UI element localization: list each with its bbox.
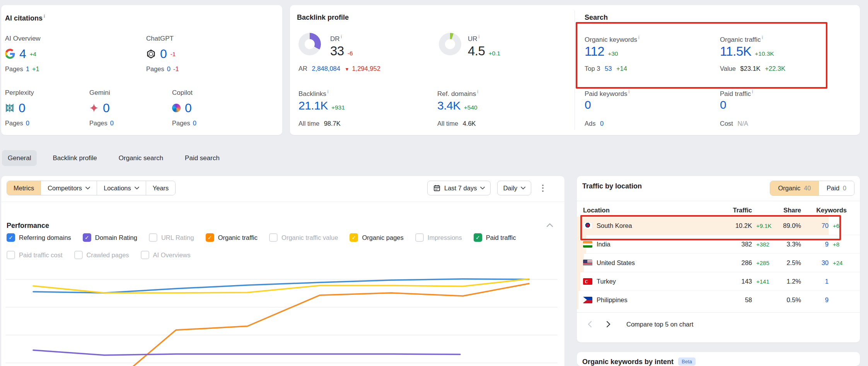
checkbox-organic-traffic-value[interactable]: Organic traffic value bbox=[269, 233, 338, 242]
traffic-value: 10.2K bbox=[716, 222, 752, 229]
collapse-chevron-up-icon[interactable] bbox=[546, 223, 553, 227]
date-controls: Last 7 days Daily bbox=[427, 181, 548, 195]
keywords-value[interactable]: 9 bbox=[801, 296, 829, 304]
ref-domains-value[interactable]: 3.4K bbox=[437, 99, 460, 112]
organic-keywords-sub: Top 3 53 +14 bbox=[585, 65, 630, 72]
filter-button-metrics[interactable]: Metrics bbox=[7, 181, 41, 195]
backlinks-value[interactable]: 21.1K bbox=[298, 99, 328, 112]
table-row-philippines[interactable]: Philippines580.5%9 bbox=[577, 291, 860, 309]
top3-value[interactable]: 53 bbox=[605, 65, 612, 72]
checkbox-ai-overviews[interactable]: AI Overviews bbox=[141, 251, 191, 259]
compare-top5-link[interactable]: Compare top 5 on chart bbox=[626, 321, 693, 328]
ai-metric-value[interactable]: 4 bbox=[19, 47, 26, 61]
checkbox-box[interactable] bbox=[7, 251, 15, 259]
checkbox-paid-traffic-cost[interactable]: Paid traffic cost bbox=[7, 251, 63, 259]
paid-keywords-label: Paid keywordsi bbox=[585, 89, 629, 98]
info-icon[interactable]: i bbox=[752, 89, 753, 94]
checkbox-box[interactable] bbox=[269, 233, 278, 242]
checkbox-box[interactable]: ✓ bbox=[350, 233, 358, 242]
filter-button-years[interactable]: Years bbox=[146, 181, 176, 195]
keywords-value[interactable]: 70 bbox=[801, 222, 829, 229]
info-icon[interactable]: i bbox=[44, 14, 45, 19]
pages-value[interactable]: 1 bbox=[26, 65, 29, 72]
prev-page-chevron-icon[interactable] bbox=[583, 318, 596, 331]
checkbox-url-rating[interactable]: URL Rating bbox=[149, 233, 194, 242]
checkbox-impressions[interactable]: Impressions bbox=[415, 233, 462, 242]
chevron-down-icon bbox=[521, 186, 525, 190]
keywords-value[interactable]: 9 bbox=[801, 241, 829, 248]
info-icon[interactable]: i bbox=[638, 35, 639, 40]
paid-traffic-value[interactable]: 0 bbox=[720, 98, 726, 111]
pages-value[interactable]: 0 bbox=[193, 120, 196, 127]
ai-metric-pages: Pages0 bbox=[5, 120, 86, 127]
organic-keywords-value[interactable]: 112 bbox=[585, 44, 604, 59]
checkbox-crawled-pages[interactable]: Crawled pages bbox=[74, 251, 129, 259]
filter-button-competitors[interactable]: Competitors bbox=[41, 181, 97, 195]
ai-metric-value[interactable]: 0 bbox=[19, 101, 26, 115]
ai-metric-value[interactable]: 0 bbox=[185, 101, 192, 115]
checkbox-box[interactable] bbox=[74, 251, 83, 259]
filter-button-label: Years bbox=[153, 185, 169, 192]
checkbox-box[interactable]: ✓ bbox=[206, 233, 214, 242]
tab-backlink-profile[interactable]: Backlink profile bbox=[47, 150, 102, 166]
info-icon[interactable]: i bbox=[629, 89, 630, 94]
traffic-delta: +9.1K bbox=[752, 222, 778, 229]
toggle-organic-count: 40 bbox=[804, 185, 811, 192]
keywords-value[interactable]: 1 bbox=[801, 278, 829, 285]
info-icon[interactable]: i bbox=[477, 89, 478, 94]
gemini-icon bbox=[89, 103, 99, 113]
checkbox-referring-domains[interactable]: ✓Referring domains bbox=[7, 233, 71, 242]
section-tabs: GeneralBacklink profileOrganic searchPai… bbox=[2, 150, 235, 166]
performance-title: Performance bbox=[7, 222, 49, 230]
checkbox-domain-rating[interactable]: ✓Domain Rating bbox=[83, 233, 137, 242]
table-row-india[interactable]: India382+3823.3%9+8 bbox=[577, 235, 860, 253]
checkbox-box[interactable]: ✓ bbox=[83, 233, 91, 242]
keywords-value[interactable]: 30 bbox=[801, 259, 829, 267]
ai-metric-value[interactable]: 0 bbox=[160, 47, 167, 61]
table-row-south-korea[interactable]: South Korea10.2K+9.1K89.0%70+6 bbox=[577, 217, 860, 235]
info-icon[interactable]: i bbox=[762, 35, 763, 40]
more-options-kebab-icon[interactable] bbox=[538, 181, 548, 195]
organic-keywords-label: Organic keywordsi bbox=[585, 35, 639, 44]
filter-button-locations[interactable]: Locations bbox=[97, 181, 146, 195]
paid-keywords-value-row: 0 bbox=[585, 98, 591, 111]
ar-value[interactable]: 2,848,084 bbox=[312, 65, 340, 72]
table-row-turkey[interactable]: Turkey143+1411.2%1 bbox=[577, 272, 860, 291]
checkbox-box[interactable]: ✓ bbox=[474, 233, 482, 242]
checkbox-organic-pages[interactable]: ✓Organic pages bbox=[350, 233, 403, 242]
info-icon[interactable]: i bbox=[327, 89, 329, 94]
copilot-icon bbox=[172, 104, 181, 112]
checkbox-organic-traffic[interactable]: ✓Organic traffic bbox=[206, 233, 258, 242]
ads-value[interactable]: 0 bbox=[600, 120, 604, 127]
checkbox-box[interactable] bbox=[415, 233, 424, 242]
table-row-united-states[interactable]: United States286+2852.5%30+24 bbox=[577, 253, 860, 272]
tab-paid-search[interactable]: Paid search bbox=[179, 150, 225, 166]
ur-delta: +0.1 bbox=[488, 50, 500, 57]
info-icon[interactable]: i bbox=[479, 34, 480, 39]
dr-donut bbox=[298, 33, 321, 55]
tab-organic-search[interactable]: Organic search bbox=[113, 150, 169, 166]
organic-traffic-value[interactable]: 11.5K bbox=[720, 44, 751, 59]
location-name: India bbox=[597, 241, 610, 248]
tab-general[interactable]: General bbox=[2, 150, 37, 166]
toggle-organic[interactable]: Organic 40 bbox=[770, 181, 819, 195]
pages-value[interactable]: 0 bbox=[26, 120, 29, 127]
checkbox-box[interactable] bbox=[149, 233, 157, 242]
organic-traffic-delta: +10.3K bbox=[755, 50, 774, 57]
search-title: Search bbox=[585, 14, 608, 22]
next-page-chevron-icon[interactable] bbox=[602, 318, 615, 331]
performance-line-chart[interactable] bbox=[1, 271, 564, 366]
date-range-button[interactable]: Last 7 days bbox=[427, 181, 491, 195]
pages-value[interactable]: 0 bbox=[167, 65, 171, 72]
info-icon[interactable]: i bbox=[341, 34, 342, 39]
paid-keywords-value[interactable]: 0 bbox=[585, 98, 591, 111]
ai-metric-value[interactable]: 0 bbox=[103, 101, 110, 115]
checkbox-box[interactable] bbox=[141, 251, 149, 259]
keywords-delta: +8 bbox=[829, 241, 847, 248]
checkbox-paid-traffic[interactable]: ✓Paid traffic bbox=[474, 233, 516, 242]
toggle-paid[interactable]: Paid 0 bbox=[819, 181, 854, 195]
checkbox-box[interactable]: ✓ bbox=[7, 233, 15, 242]
pages-value[interactable]: 0 bbox=[110, 120, 114, 127]
granularity-button[interactable]: Daily bbox=[497, 181, 531, 195]
ai-metric-pages: Pages1+1 bbox=[5, 65, 86, 73]
